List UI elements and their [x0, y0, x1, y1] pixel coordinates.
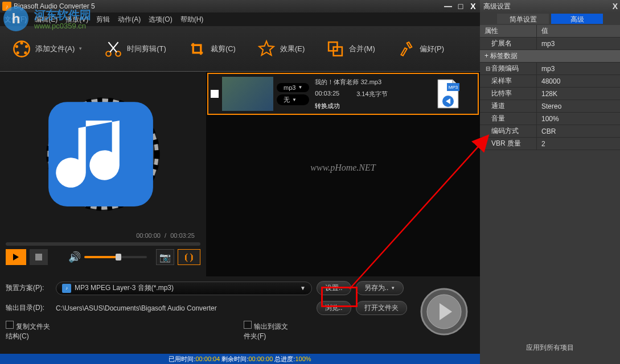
merge-icon	[325, 39, 346, 59]
format-dropdown[interactable]: mp3▼	[277, 83, 309, 92]
stop-button[interactable]	[30, 249, 48, 265]
star-icon	[256, 39, 277, 59]
mp3-format-icon: ♪	[62, 284, 71, 293]
file-row[interactable]: mp3▼ 无▼ 我的！体育老师 32.mp3 00:03:25 3.14兆字节 …	[207, 73, 479, 115]
settings-button[interactable]: 设置..	[317, 281, 351, 295]
subtitle-dropdown[interactable]: 无▼	[277, 94, 309, 105]
svg-point-1	[20, 42, 23, 44]
play-button[interactable]	[6, 249, 26, 265]
scissors-icon	[103, 39, 124, 59]
group-audio-encoding[interactable]: ⊟音频编码 mp3	[480, 63, 620, 75]
prop-extension: 扩展名	[480, 38, 537, 49]
svg-line-8	[110, 42, 118, 52]
crop-button[interactable]: 裁剪(C)	[187, 39, 236, 59]
merge-label: 合并(M)	[349, 44, 375, 54]
val-bitrate[interactable]: 128K	[537, 90, 620, 98]
titlebar: ♪ Bigasoft Audio Converter 5 — □ X	[0, 0, 480, 13]
profile-value: MP3 MPEG Layer-3 音频(*.mp3)	[75, 283, 174, 293]
add-file-button[interactable]: 添加文件(A)▼	[11, 39, 83, 59]
time-total: 00:03:25	[170, 232, 195, 239]
trim-button[interactable]: 时间剪辑(T)	[103, 39, 166, 59]
apply-all-button[interactable]: 应用到所有项目	[480, 343, 620, 353]
val-volume[interactable]: 100%	[537, 115, 620, 123]
timeline-display: 00:00:00 / 00:03:25	[6, 231, 200, 240]
tools-icon	[396, 39, 416, 59]
add-file-label: 添加文件(A)	[35, 44, 75, 54]
effect-label: 效果(E)	[280, 44, 305, 54]
prop-bitrate: 比特率	[480, 88, 537, 100]
menu-clip[interactable]: 剪辑	[96, 15, 110, 24]
svg-text:MP3: MP3	[449, 85, 458, 90]
svg-point-4	[17, 51, 19, 54]
maximize-button[interactable]: □	[456, 2, 465, 11]
volume-slider[interactable]	[84, 256, 147, 258]
crop-icon	[187, 39, 207, 59]
side-panel-title: 高级设置 X	[480, 0, 620, 13]
tab-simple[interactable]: 简单设置	[497, 14, 549, 24]
effect-button[interactable]: 效果(E)	[256, 39, 305, 59]
preview-disc-icon	[6, 77, 200, 231]
menu-help[interactable]: 帮助(H)	[180, 15, 204, 24]
bracket-button[interactable]: ⦗⦘	[178, 249, 200, 265]
close-button[interactable]: X	[469, 2, 478, 11]
file-thumbnail	[222, 77, 273, 111]
toolbar: 添加文件(A)▼ 时间剪辑(T) 裁剪(C) 效果(E) 合并(M) 偏好(P)	[0, 26, 480, 72]
svg-point-3	[24, 51, 27, 54]
file-duration: 00:03:25	[315, 90, 339, 98]
browse-button[interactable]: 浏览..	[317, 301, 351, 315]
status-bar: 已用时间:00:00:04 剩余时间:00:00:00 总进度:100%	[0, 354, 480, 364]
val-samplerate[interactable]: 48000	[537, 77, 620, 85]
menu-action[interactable]: 动作(A)	[118, 15, 141, 24]
col-property: 属性	[480, 25, 537, 37]
prop-encode-mode: 编码方式	[480, 125, 537, 137]
menu-option[interactable]: 选项(O)	[149, 15, 172, 24]
menu-play[interactable]: 播放(V)	[65, 15, 88, 24]
prop-volume: 音量	[480, 113, 537, 125]
menu-file[interactable]: 文件(F)	[5, 15, 27, 24]
val-vbr-quality[interactable]: 2	[537, 140, 620, 148]
profile-label: 预置方案(P):	[6, 283, 51, 293]
minimize-button[interactable]: —	[444, 2, 453, 11]
saveas-button[interactable]: 另存为..▼	[356, 281, 404, 295]
reel-icon	[11, 39, 32, 59]
trim-label: 时间剪辑(T)	[127, 44, 166, 54]
val-extension[interactable]: mp3	[537, 40, 620, 48]
output-source-checkbox[interactable]: 输出到源文件夹(F)	[244, 321, 289, 341]
file-checkbox[interactable]	[211, 90, 219, 98]
prop-samplerate: 采样率	[480, 75, 537, 87]
seek-slider[interactable]	[6, 242, 200, 246]
val-channel[interactable]: Stereo	[537, 102, 620, 110]
menu-edit[interactable]: 编辑(E)	[35, 15, 58, 24]
file-name: 我的！体育老师 32.mp3	[315, 78, 387, 86]
preview-panel: 00:00:00 / 00:03:25 🔊 📷 ⦗⦘	[0, 72, 206, 276]
time-current: 00:00:00	[136, 232, 161, 239]
merge-button[interactable]: 合并(M)	[325, 39, 375, 59]
menubar: 文件(F) 编辑(E) 播放(V) 剪辑 动作(A) 选项(O) 帮助(H)	[0, 13, 480, 26]
file-status: 转换成功	[315, 102, 387, 110]
app-logo-icon: ♪	[2, 2, 11, 11]
pref-label: 偏好(P)	[420, 44, 444, 54]
prop-channel: 通道	[480, 100, 537, 112]
group-tag-data[interactable]: + 标签数据	[480, 50, 620, 63]
val-encode-mode[interactable]: CBR	[537, 127, 620, 135]
app-title: Bigasoft Audio Converter 5	[14, 2, 95, 10]
svg-line-9	[109, 42, 117, 52]
tab-advanced[interactable]: 高级	[551, 14, 603, 24]
copy-structure-checkbox[interactable]: 复制文件夹结构(C)	[6, 321, 51, 341]
profile-dropdown[interactable]: ♪ MP3 MPEG Layer-3 音频(*.mp3) ▼	[56, 282, 312, 295]
open-folder-button[interactable]: 打开文件夹	[356, 301, 407, 315]
volume-icon[interactable]: 🔊	[68, 251, 81, 263]
svg-point-5	[15, 45, 18, 48]
svg-point-2	[25, 45, 28, 48]
mp3-file-icon: MP3	[436, 78, 461, 109]
convert-button[interactable]	[420, 287, 469, 336]
svg-rect-20	[35, 254, 42, 260]
snapshot-button[interactable]: 📷	[156, 249, 174, 265]
property-table: 属性 值 扩展名 mp3 + 标签数据 ⊟音频编码 mp3 采样率 48000 …	[480, 25, 620, 150]
watermark-text: www.pHome.NET	[310, 163, 375, 173]
output-path[interactable]: C:\Users\ASUS\Documents\Bigasoft Audio C…	[56, 304, 312, 312]
preferences-button[interactable]: 偏好(P)	[396, 39, 444, 59]
crop-label: 裁剪(C)	[211, 44, 236, 54]
side-close-button[interactable]: X	[613, 2, 618, 11]
file-size: 3.14兆字节	[356, 90, 387, 98]
